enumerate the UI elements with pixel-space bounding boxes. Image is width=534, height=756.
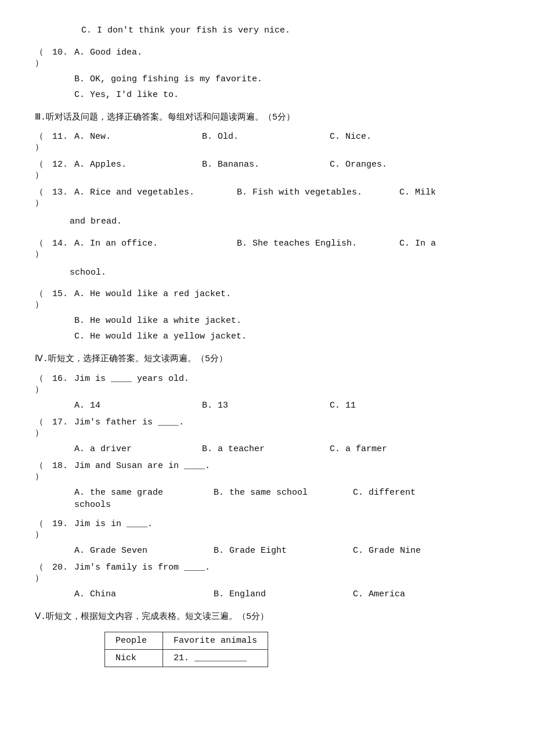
q17-option-c: C. a farmer	[330, 444, 387, 454]
q13-row: （ ） 13. A. Rice and vegetables. B. Fish …	[35, 186, 499, 208]
q12-option-c: C. Oranges.	[330, 160, 387, 170]
q13-option-b: B. Fish with vegetables.	[237, 188, 399, 197]
q18-paren: （ ）	[35, 460, 52, 482]
q16-option-b: B. 13	[202, 401, 330, 411]
q20-options: A. China B. England C. America	[35, 589, 499, 599]
q14-option-c-part2: school.	[35, 265, 499, 280]
q10-num: 10.	[52, 48, 74, 57]
q16-num: 16.	[52, 374, 74, 384]
q17-num: 17.	[52, 417, 74, 427]
q11-option-a: A. New.	[74, 132, 202, 142]
q15-option-a: A. He would like a red jacket.	[74, 289, 231, 299]
q16-row: （ ） 16. Jim is ____ years old.	[35, 373, 499, 395]
q19-paren: （ ）	[35, 518, 52, 540]
table-header-animals: Favorite animals	[163, 632, 268, 649]
table-header-people: People	[105, 632, 163, 649]
q14-option-a: A. In an office.	[74, 239, 237, 249]
q11-num: 11.	[52, 132, 74, 142]
q20-paren: （ ）	[35, 561, 52, 584]
q16-options: A. 14 B. 13 C. 11	[35, 401, 499, 411]
q19-text: Jim is in ____.	[74, 519, 153, 529]
q20-option-a: A. China	[74, 589, 214, 599]
q18-num: 18.	[52, 461, 74, 471]
q17-paren: （ ）	[35, 416, 52, 438]
q13-option-c-part2: and bread.	[35, 214, 499, 229]
q18-text: Jim and Susan are in ____.	[74, 461, 210, 471]
section5-title: Ⅴ.听短文，根据短文内容，完成表格。短文读三遍。（5分）	[35, 610, 499, 625]
q18-options: A. the same grade B. the same school C. …	[35, 488, 499, 498]
q16-text: Jim is ____ years old.	[74, 374, 189, 384]
q14-paren: （ ）	[35, 237, 52, 260]
q18-option-a: A. the same grade	[74, 488, 214, 498]
q15-row: （ ） 15. A. He would like a red jacket.	[35, 288, 499, 310]
q17-option-b: B. a teacher	[202, 444, 330, 454]
q15-paren: （ ）	[35, 288, 52, 310]
q9-option-c: C. I don't think your fish is very nice.	[35, 23, 499, 38]
q12-option-b: B. Bananas.	[202, 160, 330, 170]
q19-option-b: B. Grade Eight	[214, 546, 353, 556]
q12-num: 12.	[52, 160, 74, 170]
q19-num: 19.	[52, 519, 74, 529]
q19-option-a: A. Grade Seven	[74, 546, 214, 556]
q11-paren: （ ）	[35, 131, 52, 153]
q18-option-b: B. the same school	[214, 488, 353, 498]
section4-title: Ⅳ.听短文，选择正确答案。短文读两遍。（5分）	[35, 352, 499, 367]
q15-num: 15.	[52, 289, 74, 299]
q20-option-c: C. America	[353, 589, 405, 599]
q20-row: （ ） 20. Jim's family is from ____.	[35, 561, 499, 584]
q10-option-b: B. OK, going fishing is my favorite.	[35, 74, 499, 84]
q10-row: （ ） 10. A. Good idea.	[35, 46, 499, 69]
q18-option-c-part1: C. different	[353, 488, 416, 498]
q11-option-c: C. Nice.	[330, 132, 371, 142]
q19-options: A. Grade Seven B. Grade Eight C. Grade N…	[35, 546, 499, 556]
answer-table: People Favorite animals Nick 21. _______…	[104, 632, 268, 667]
table-header-row: People Favorite animals	[105, 632, 268, 649]
q16-option-c: C. 11	[330, 401, 356, 411]
q13-option-a: A. Rice and vegetables.	[74, 188, 237, 197]
q15-option-c: C. He would like a yellow jacket.	[35, 332, 499, 341]
q17-row: （ ） 17. Jim's father is ____.	[35, 416, 499, 438]
q18-option-c-part2: schools	[35, 498, 499, 513]
q12-row: （ ） 12. A. Apples. B. Bananas. C. Orange…	[35, 159, 499, 181]
q10-option-a: A. Good idea.	[74, 48, 142, 57]
q16-option-a: A. 14	[74, 401, 202, 411]
q17-text: Jim's father is ____.	[74, 417, 184, 427]
q13-option-c-part1: C. Milk	[399, 188, 436, 197]
table-row-nick: Nick 21. __________	[105, 649, 268, 667]
q20-text: Jim's family is from ____.	[74, 563, 210, 573]
q17-option-a: A. a driver	[74, 444, 202, 454]
q12-option-a: A. Apples.	[74, 160, 202, 170]
q14-option-b: B. She teaches English.	[237, 239, 399, 249]
table-cell-nick-answer: 21. __________	[163, 649, 268, 667]
q14-option-c-part1: C. In a	[399, 239, 436, 249]
table-cell-nick-name: Nick	[105, 649, 163, 667]
q17-options: A. a driver B. a teacher C. a farmer	[35, 444, 499, 454]
q11-row: （ ） 11. A. New. B. Old. C. Nice.	[35, 131, 499, 153]
section3-title: Ⅲ.听对话及问题，选择正确答案。每组对话和问题读两遍。（5分）	[35, 110, 499, 125]
q14-num: 14.	[52, 239, 74, 249]
q13-num: 13.	[52, 188, 74, 197]
q10-paren: （ ）	[35, 46, 52, 69]
q14-row: （ ） 14. A. In an office. B. She teaches …	[35, 237, 499, 260]
q18-row: （ ） 18. Jim and Susan are in ____.	[35, 460, 499, 482]
q19-row: （ ） 19. Jim is in ____.	[35, 518, 499, 540]
q20-option-b: B. England	[214, 589, 353, 599]
q11-option-b: B. Old.	[202, 132, 330, 142]
q12-paren: （ ）	[35, 159, 52, 181]
q20-num: 20.	[52, 563, 74, 573]
q10-option-c: C. Yes, I'd like to.	[35, 90, 499, 100]
q19-option-c: C. Grade Nine	[353, 546, 421, 556]
q15-option-b: B. He would like a white jacket.	[35, 316, 499, 326]
q16-paren: （ ）	[35, 373, 52, 395]
q13-paren: （ ）	[35, 186, 52, 208]
